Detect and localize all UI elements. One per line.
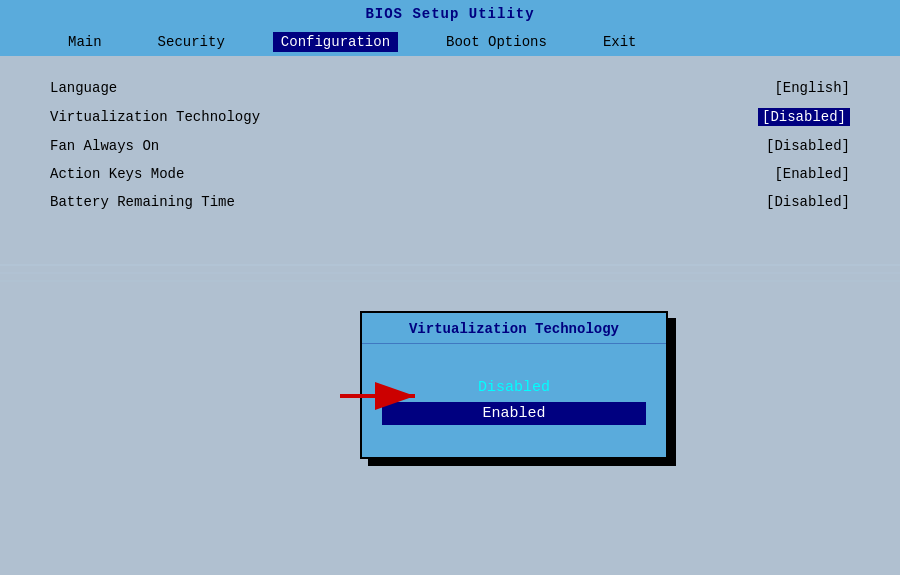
menu-item-configuration[interactable]: Configuration — [273, 32, 398, 52]
setting-row-action-keys: Action Keys Mode [Enabled] — [50, 162, 850, 186]
setting-label-fan: Fan Always On — [50, 138, 159, 154]
settings-list: Language [English] Virtualization Techno… — [50, 76, 850, 218]
bios-screen: BIOS Setup Utility Main Security Configu… — [0, 0, 900, 575]
bios-title: BIOS Setup Utility — [365, 6, 534, 22]
setting-value-battery[interactable]: [Disabled] — [766, 194, 850, 210]
title-bar: BIOS Setup Utility — [0, 0, 900, 28]
setting-row-fan: Fan Always On [Disabled] — [50, 134, 850, 158]
menu-item-security[interactable]: Security — [150, 32, 233, 52]
setting-label-battery: Battery Remaining Time — [50, 194, 235, 210]
menu-item-main[interactable]: Main — [60, 32, 110, 52]
content-area: Language [English] Virtualization Techno… — [0, 56, 900, 575]
setting-value-fan[interactable]: [Disabled] — [766, 138, 850, 154]
setting-label-action-keys: Action Keys Mode — [50, 166, 184, 182]
menu-item-exit[interactable]: Exit — [595, 32, 645, 52]
setting-label-virtualization: Virtualization Technology — [50, 109, 260, 125]
setting-value-language[interactable]: [English] — [774, 80, 850, 96]
setting-value-virtualization[interactable]: [Disabled] — [758, 108, 850, 126]
setting-label-language: Language — [50, 80, 117, 96]
setting-value-action-keys[interactable]: [Enabled] — [774, 166, 850, 182]
setting-row-battery: Battery Remaining Time [Disabled] — [50, 190, 850, 214]
setting-row-language: Language [English] — [50, 76, 850, 100]
menu-bar: Main Security Configuration Boot Options… — [0, 28, 900, 56]
arrow-pointer — [340, 378, 430, 419]
popup-title: Virtualization Technology — [362, 313, 666, 344]
setting-row-virtualization: Virtualization Technology [Disabled] — [50, 104, 850, 130]
menu-item-boot-options[interactable]: Boot Options — [438, 32, 555, 52]
